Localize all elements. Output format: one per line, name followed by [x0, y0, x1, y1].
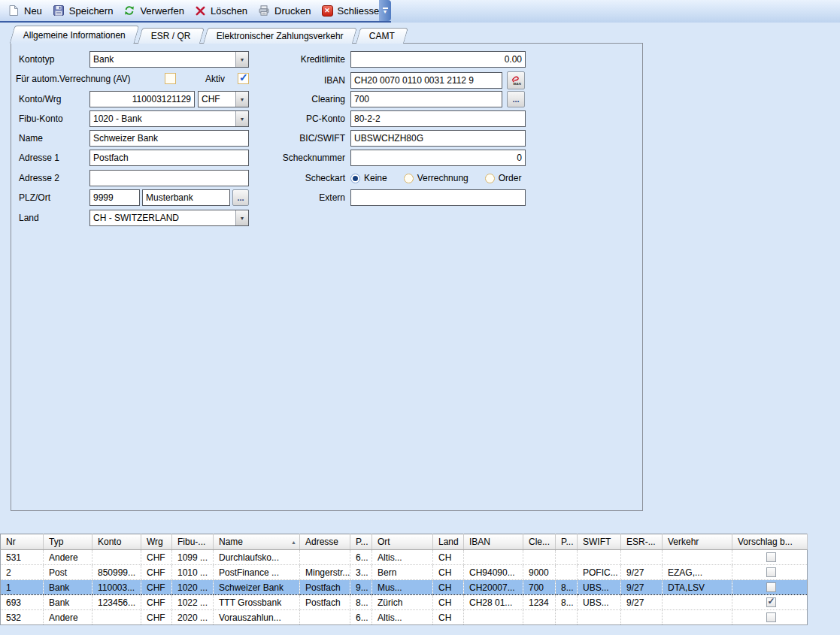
grid-cell: EZAG,... [663, 565, 732, 580]
tab-esr-qr[interactable]: ESR / QR [138, 28, 205, 44]
grid-cell: Mingerstr... [300, 565, 350, 580]
toolbar: Neu Speichern Verwerfen Löschen Drucken [0, 0, 840, 23]
tab-camt[interactable]: CAMT [356, 28, 408, 44]
grid-cell: CHF [141, 610, 172, 625]
new-button[interactable]: Neu [3, 2, 48, 19]
grid-col-header-13[interactable]: SWIFT [578, 534, 621, 550]
iban-validate-button[interactable]: IBAN [507, 71, 525, 89]
grid-cell: Schweizer Bank [214, 580, 300, 595]
grid-cell: CH20007... [464, 580, 523, 595]
grid-cell: TTT Grossbank [214, 595, 300, 610]
scheckart-radio-verrechnung[interactable]: Verrechnung [404, 173, 469, 183]
bic-swift-input[interactable] [350, 130, 526, 147]
pc-konto-input[interactable] [350, 110, 526, 127]
extern-input[interactable] [350, 189, 526, 206]
discard-button-label: Verwerfen [140, 5, 184, 17]
grid-row[interactable]: 693Bank123456...CHF1022 ...TTT Grossbank… [1, 595, 808, 610]
ort-input[interactable] [142, 189, 230, 206]
scheckart-radio-keine[interactable]: Keine [350, 173, 387, 183]
grid-cell: CH [433, 550, 464, 565]
grid-cell: CH [433, 580, 464, 595]
clearing-browse-button[interactable]: ... [507, 91, 525, 107]
grid-col-header-15[interactable]: Verkehr [663, 534, 732, 550]
grid-col-header-11[interactable]: Cle... [523, 534, 556, 550]
grid-cell [464, 610, 523, 625]
radio-icon [485, 174, 495, 183]
grid-col-header-0[interactable]: Nr [1, 534, 44, 550]
grid-col-header-3[interactable]: Wrg [141, 534, 172, 550]
iban-input[interactable] [350, 72, 502, 89]
grid-col-header-16[interactable]: Vorschlag b... [732, 534, 808, 550]
delete-button[interactable]: Löschen [190, 3, 253, 19]
grid-row[interactable]: 1Bank110003...CHF1020 ...Schweizer BankP… [1, 580, 808, 595]
grid-col-header-4[interactable]: Fibu-... [172, 534, 214, 550]
grid-row[interactable]: 2Post850999...CHF1010 ...PostFinance ...… [1, 565, 808, 580]
delete-x-icon [195, 5, 206, 17]
grid-cell: UBS... [578, 595, 621, 610]
grid-cell: Andere [44, 550, 92, 565]
grid-cell [300, 550, 350, 565]
grid-cell: CH [433, 610, 464, 625]
grid-col-header-6[interactable]: Adresse [300, 534, 350, 550]
adresse2-label: Adresse 2 [19, 170, 59, 186]
plz-input[interactable] [89, 189, 140, 206]
grid-cell [578, 550, 621, 565]
schecknummer-input[interactable] [350, 150, 526, 166]
grid-cell [578, 610, 621, 625]
discard-button[interactable]: Verwerfen [119, 2, 190, 19]
land-select[interactable]: CH - SWITZERLAND ▼ [89, 210, 249, 226]
grid-cell [556, 610, 578, 625]
grid-col-header-10[interactable]: IBAN [464, 534, 523, 550]
grid-col-header-2[interactable]: Konto [92, 534, 141, 550]
grid-cell: 532 [1, 610, 44, 625]
grid-col-header-9[interactable]: Land [433, 534, 464, 550]
grid-cell: POFIC... [578, 565, 621, 580]
grid-col-header-5[interactable]: Name▲ [214, 534, 300, 550]
radio-icon [350, 174, 360, 183]
scheckart-radio-order[interactable]: Order [485, 173, 522, 183]
extern-label: Extern [222, 189, 345, 206]
grid-cell [556, 565, 578, 580]
toolbar-overflow-button[interactable]: ▼ [379, 0, 391, 21]
grid-cell: DTA,LSV [663, 580, 732, 595]
vorschlag-checkbox[interactable] [766, 612, 776, 622]
kontotyp-label: Kontotyp [19, 51, 54, 68]
discard-refresh-icon [123, 5, 135, 17]
grid-col-header-7[interactable]: P... [350, 534, 372, 550]
grid-cell: 8... [556, 595, 578, 610]
grid-cell: CHF [141, 580, 172, 595]
grid-cell: Postfach [300, 580, 350, 595]
av-label: Für autom.Verrechnung (AV) [16, 71, 131, 87]
konto-input[interactable] [89, 91, 195, 107]
grid-body: 531AndereCHF1099 ...Durchlaufsko...6...A… [1, 550, 808, 625]
tab-elektronischer-zahlungsverkehr[interactable]: Elektronischer Zahlungsverkehr [203, 28, 357, 44]
grid-cell [663, 595, 732, 610]
general-info-panel: Kontotyp Für autom.Verrechnung (AV) Akti… [11, 43, 643, 511]
print-button[interactable]: Drucken [253, 2, 317, 19]
grid-cell: 3... [350, 565, 372, 580]
grid-cell: 1020 ... [172, 580, 214, 595]
grid-row[interactable]: 531AndereCHF1099 ...Durchlaufsko...6...A… [1, 550, 808, 565]
tab-allgemeine-informationen[interactable]: Allgemeine Informationen [10, 26, 140, 44]
clearing-input[interactable] [350, 91, 502, 107]
av-checkbox[interactable] [165, 73, 176, 84]
vorschlag-checkbox[interactable] [766, 582, 776, 592]
grid-col-header-8[interactable]: Ort [372, 534, 433, 550]
kreditlimite-input[interactable] [350, 51, 526, 68]
konto-wrg-label: Konto/Wrg [19, 91, 61, 107]
grid-cell: 700 [523, 580, 556, 595]
scheckart-radio-group: Keine Verrechnung Order [350, 170, 538, 186]
grid-cell: Postfach [300, 595, 350, 610]
new-button-label: Neu [24, 5, 42, 17]
vorschlag-checkbox[interactable] [766, 567, 776, 577]
bic-swift-label: BIC/SWIFT [222, 130, 345, 147]
grid-col-header-14[interactable]: ESR-... [621, 534, 663, 550]
grid-col-header-1[interactable]: Typ [44, 534, 92, 550]
grid-cell [621, 550, 663, 565]
vorschlag-checkbox[interactable] [766, 552, 776, 562]
grid-col-header-12[interactable]: P... [556, 534, 578, 550]
chevron-down-icon[interactable]: ▼ [235, 210, 248, 225]
save-button[interactable]: Speichern [48, 2, 120, 19]
grid-row[interactable]: 532AndereCHF2020 ...Vorauszahlun...6...A… [1, 610, 808, 625]
vorschlag-checkbox[interactable] [766, 597, 776, 607]
